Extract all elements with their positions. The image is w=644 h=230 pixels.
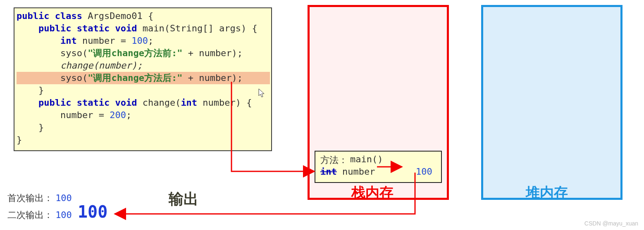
code-panel: public class ArgsDemo01 { public static … <box>14 7 272 151</box>
second-output-value: 100 <box>55 210 72 220</box>
first-output-label: 首次输出： <box>7 193 53 203</box>
code-line-1: public class ArgsDemo01 { <box>17 10 270 22</box>
first-output-line: 首次输出： 100 <box>7 192 72 204</box>
stack-memory-panel: 方法： main() int number 100 <box>308 5 449 200</box>
code-line-5: change(number); <box>17 59 270 72</box>
second-output-label: 二次输出： <box>7 210 53 220</box>
stack-title: 栈内存 <box>351 183 394 202</box>
stack-frame-var-line: int number 100 <box>320 166 436 177</box>
code-line-11: } <box>17 134 270 146</box>
big-output-value: 100 <box>78 202 107 221</box>
output-label: 输出 <box>169 189 198 209</box>
cursor-icon <box>258 88 266 99</box>
stack-frame-label: 方法： <box>320 154 348 166</box>
code-block: public class ArgsDemo01 { public static … <box>17 10 270 149</box>
code-line-4: syso("调用change方法前:" + number); <box>17 47 270 59</box>
stack-var-value: 100 <box>416 166 432 177</box>
first-output-value: 100 <box>55 193 72 203</box>
code-line-10: } <box>17 121 270 134</box>
stack-int-keyword: int <box>320 166 337 177</box>
stack-var-name: number <box>342 166 375 177</box>
watermark: CSDN @mayu_xuan <box>584 220 638 227</box>
heap-title: 堆内存 <box>526 183 568 202</box>
code-line-9: number = 200; <box>17 109 270 121</box>
code-line-7: } <box>17 84 270 97</box>
code-line-3: int number = 100; <box>17 35 270 47</box>
heap-memory-panel <box>481 5 623 200</box>
stack-frame-method: main() <box>350 154 383 166</box>
stack-frame-method-line: 方法： main() <box>320 154 436 166</box>
code-line-2: public static void main(String[] args) { <box>17 22 270 35</box>
code-line-8: public static void change(int number) { <box>17 97 270 109</box>
second-output-line: 二次输出： 100 <box>7 209 72 221</box>
stack-frame-main: 方法： main() int number 100 <box>315 151 442 183</box>
code-line-6-highlighted: syso("调用change方法后:" + number); <box>17 72 270 84</box>
